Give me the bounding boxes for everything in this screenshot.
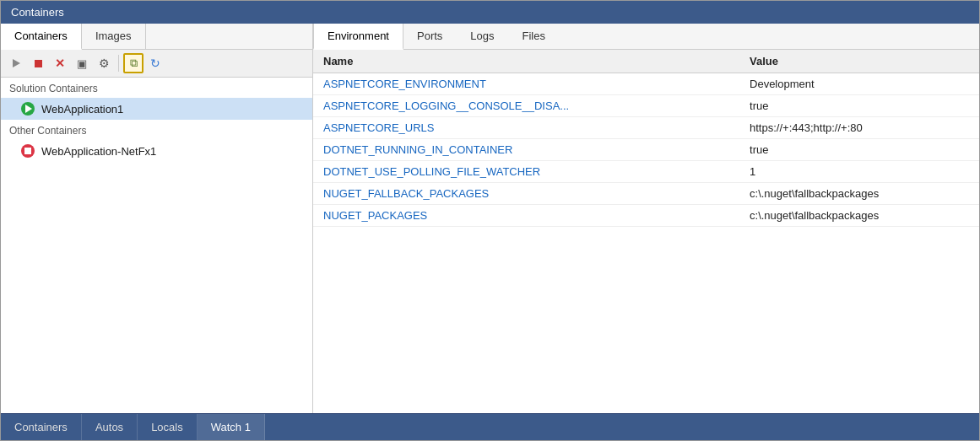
col-value-header: Value xyxy=(739,50,979,73)
table-row[interactable]: ASPNETCORE_LOGGING__CONSOLE__DISA...true xyxy=(313,95,979,117)
env-name-cell: ASPNETCORE_ENVIRONMENT xyxy=(313,73,739,95)
left-panel: Containers Images ✕ ▣ xyxy=(1,24,313,413)
remove-button[interactable]: ✕ xyxy=(50,53,70,73)
env-value-cell: true xyxy=(739,95,979,117)
env-value-cell: https://+:443;http://+:80 xyxy=(739,117,979,139)
tab-logs[interactable]: Logs xyxy=(457,24,508,49)
stop-icon xyxy=(35,60,42,67)
right-tabs: Environment Ports Logs Files xyxy=(313,24,979,50)
solution-containers-label: Solution Containers xyxy=(1,78,312,98)
list-item[interactable]: WebApplication1 xyxy=(1,98,312,120)
env-name-cell: DOTNET_USE_POLLING_FILE_WATCHER xyxy=(313,161,739,183)
tab-images[interactable]: Images xyxy=(82,24,146,49)
container-name: WebApplication-NetFx1 xyxy=(41,145,156,158)
window-title: Containers xyxy=(11,6,64,19)
table-row[interactable]: NUGET_PACKAGESc:\.nuget\fallbackpackages xyxy=(313,205,979,227)
terminal-icon: ▣ xyxy=(77,57,87,70)
toolbar: ✕ ▣ ⚙ ⧉ ↻ xyxy=(1,50,312,78)
play-icon xyxy=(13,59,20,67)
tab-environment[interactable]: Environment xyxy=(313,24,403,50)
env-value-cell: c:\.nuget\fallbackpackages xyxy=(739,205,979,227)
table-row[interactable]: ASPNETCORE_ENVIRONMENTDevelopment xyxy=(313,73,979,95)
bottom-tab-autos[interactable]: Autos xyxy=(82,414,138,440)
tab-ports[interactable]: Ports xyxy=(403,24,457,49)
stop-square-icon xyxy=(24,148,31,154)
settings-button[interactable]: ⚙ xyxy=(94,53,114,73)
env-value-cell: Development xyxy=(739,73,979,95)
copy-button[interactable]: ⧉ xyxy=(123,53,143,73)
gear-icon: ⚙ xyxy=(99,56,110,70)
play-triangle-icon xyxy=(25,105,32,113)
table-row[interactable]: NUGET_FALLBACK_PACKAGESc:\.nuget\fallbac… xyxy=(313,183,979,205)
main-window: Containers Containers Images xyxy=(0,0,980,441)
container-list: Solution Containers WebApplication1 Othe… xyxy=(1,78,312,413)
env-value-cell: c:\.nuget\fallbackpackages xyxy=(739,183,979,205)
stop-button[interactable] xyxy=(28,53,48,73)
main-content: Containers Images ✕ ▣ xyxy=(1,24,979,413)
table-row[interactable]: DOTNET_RUNNING_IN_CONTAINERtrue xyxy=(313,139,979,161)
bottom-tab-watch1[interactable]: Watch 1 xyxy=(198,414,265,440)
separator xyxy=(118,55,119,72)
env-name-cell: NUGET_PACKAGES xyxy=(313,205,739,227)
environment-table: Name Value ASPNETCORE_ENVIRONMENTDevelop… xyxy=(313,50,979,413)
tab-containers[interactable]: Containers xyxy=(1,24,82,50)
status-stopped-icon xyxy=(21,144,35,158)
title-bar: Containers xyxy=(1,1,979,24)
env-name-cell: DOTNET_RUNNING_IN_CONTAINER xyxy=(313,139,739,161)
list-item[interactable]: WebApplication-NetFx1 xyxy=(1,140,312,162)
right-panel: Environment Ports Logs Files Name xyxy=(313,24,979,413)
refresh-button[interactable]: ↻ xyxy=(145,53,165,73)
container-name: WebApplication1 xyxy=(41,103,123,116)
left-tabs: Containers Images xyxy=(1,24,312,50)
env-name-cell: NUGET_FALLBACK_PACKAGES xyxy=(313,183,739,205)
env-value-cell: 1 xyxy=(739,161,979,183)
table-row[interactable]: ASPNETCORE_URLShttps://+:443;http://+:80 xyxy=(313,117,979,139)
env-name-cell: ASPNETCORE_URLS xyxy=(313,117,739,139)
other-containers-label: Other Containers xyxy=(1,120,312,140)
bottom-bar: Containers Autos Locals Watch 1 xyxy=(1,413,979,440)
tab-files[interactable]: Files xyxy=(509,24,560,49)
copy-icon: ⧉ xyxy=(130,56,138,70)
col-name-header: Name xyxy=(313,50,739,73)
table-row[interactable]: DOTNET_USE_POLLING_FILE_WATCHER1 xyxy=(313,161,979,183)
bottom-tab-locals[interactable]: Locals xyxy=(138,414,198,440)
status-running-icon xyxy=(21,102,35,116)
x-icon: ✕ xyxy=(55,56,65,70)
refresh-icon: ↻ xyxy=(150,56,160,70)
terminal-button[interactable]: ▣ xyxy=(72,53,92,73)
env-name-cell: ASPNETCORE_LOGGING__CONSOLE__DISA... xyxy=(313,95,739,117)
play-button[interactable] xyxy=(6,53,26,73)
env-value-cell: true xyxy=(739,139,979,161)
bottom-tab-containers[interactable]: Containers xyxy=(1,414,82,440)
